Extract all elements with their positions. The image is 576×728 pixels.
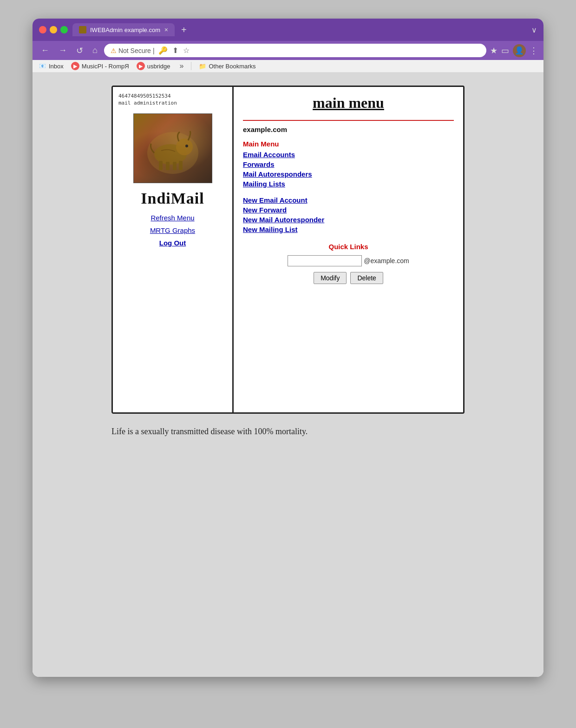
main-menu-section: Main Menu Email Accounts Forwards Mail A… [243,140,454,188]
footer-quote: Life is a sexually transmitted disease w… [111,427,465,437]
forwards-link[interactable]: Forwards [243,160,454,168]
svg-rect-5 [166,162,170,170]
account-id-number: 46474849505152534 [118,93,227,99]
forward-button[interactable]: → [56,44,70,57]
quick-links-input[interactable] [288,255,362,266]
svg-point-3 [185,145,188,147]
traffic-lights [39,26,68,33]
back-button[interactable]: ← [38,44,52,57]
bookmark-usbridge[interactable]: ▶ usbridge [137,62,170,70]
new-email-account-link[interactable]: New Email Account [243,196,454,204]
nav-right-icons: ★ ▭ 👤 ⋮ [490,44,538,57]
star-icon[interactable]: ☆ [183,46,190,55]
address-action-icons: 🔑 ⬆ ☆ [158,46,190,55]
mail-admin-panel: 46474849505152534 mail administration [111,86,465,414]
svg-rect-4 [159,161,163,170]
bookmark-inbox-label: Inbox [49,63,64,70]
main-menu-section-title: Main Menu [243,140,454,148]
modify-button[interactable]: Modify [314,272,347,284]
sidebar-links: Refresh Menu MRTG Graphs Log Out [118,214,227,247]
main-menu-title: main menu [243,94,454,112]
bookmark-musicpi-label: MusicPI - RompЯ [82,63,129,70]
bookmark-inbox[interactable]: 📧 Inbox [38,62,64,70]
window-icon[interactable]: ▭ [501,46,509,56]
quick-links-section: Quick Links @example.com Modify Delete [243,243,454,284]
bookmarks-divider [191,62,191,70]
folder-icon: 📁 [199,63,206,70]
bookmarks-bar: 📧 Inbox ▶ MusicPI - RompЯ ▶ usbridge » 📁… [33,60,543,73]
bookmark-other-label: Other Bookmarks [209,63,255,70]
close-button[interactable] [39,26,46,33]
animal-seal-image [143,123,203,174]
mailing-lists-link[interactable]: Mailing Lists [243,180,454,188]
musicpi-play-icon: ▶ [71,62,79,70]
tab-favicon-icon [79,26,86,33]
inbox-favicon-icon: 📧 [38,62,46,70]
right-content: main menu example.com Main Menu Email Ac… [234,87,463,412]
mail-autoresponders-link[interactable]: Mail Autoresponders [243,170,454,178]
new-mail-autoresponder-link[interactable]: New Mail Autoresponder [243,216,454,224]
new-tab-button[interactable]: + [178,25,190,35]
mail-panel-inner: 46474849505152534 mail administration [113,87,463,412]
left-sidebar: 46474849505152534 mail administration [113,87,234,412]
refresh-menu-link[interactable]: Refresh Menu [151,214,194,222]
active-tab[interactable]: IWEBAdmin example.com × [72,23,175,36]
address-bar[interactable]: ⚠ Not Secure | 🔑 ⬆ ☆ [104,44,486,57]
not-secure-label: Not Secure [118,47,151,54]
quick-links-row: @example.com [243,255,454,266]
address-pipe: | [153,47,155,54]
new-items-section: New Email Account New Forward New Mail A… [243,196,454,233]
account-id: 46474849505152534 mail administration [118,93,227,107]
svg-rect-6 [173,162,177,170]
domain-name: example.com [243,126,454,133]
minimize-button[interactable] [50,26,57,33]
security-badge: ⚠ Not Secure | [111,47,155,54]
at-domain-label: @example.com [364,257,409,265]
bookmark-other[interactable]: 📁 Other Bookmarks [199,63,255,70]
key-icon: 🔑 [158,46,168,55]
maximize-button[interactable] [60,26,68,33]
indimail-brand: IndiMail [141,190,204,207]
delete-button[interactable]: Delete [350,272,383,284]
panel-divider [243,120,454,121]
logout-link[interactable]: Log Out [159,239,186,247]
bookmark-musicpi[interactable]: ▶ MusicPI - RompЯ [71,62,129,70]
quick-links-title: Quick Links [243,243,454,251]
account-id-label: mail administration [118,99,227,106]
navigation-bar: ← → ↺ ⌂ ⚠ Not Secure | 🔑 ⬆ ☆ ★ ▭ 👤 ⋮ [33,41,543,60]
usbridge-play-icon: ▶ [137,62,145,70]
email-accounts-link[interactable]: Email Accounts [243,151,454,159]
page-content: 46474849505152534 mail administration [33,73,543,677]
title-bar: IWEBAdmin example.com × + ∨ [33,19,543,41]
svg-rect-7 [179,161,183,170]
warning-icon: ⚠ [111,47,117,54]
new-mailing-list-link[interactable]: New Mailing List [243,225,454,233]
mrtg-graphs-link[interactable]: MRTG Graphs [150,226,195,234]
share-icon: ⬆ [172,46,178,55]
browser-window: IWEBAdmin example.com × + ∨ ← → ↺ ⌂ ⚠ No… [33,19,543,677]
bookmark-usbridge-label: usbridge [147,63,170,70]
home-button[interactable]: ⌂ [90,44,100,57]
new-forward-link[interactable]: New Forward [243,206,454,214]
tab-area: IWEBAdmin example.com × + ∨ [72,23,537,36]
tab-close-button[interactable]: × [164,26,168,33]
reload-button[interactable]: ↺ [73,44,86,57]
more-options-icon[interactable]: ⋮ [530,46,538,56]
tabs-chevron[interactable]: ∨ [531,26,537,34]
logo-image [133,113,212,183]
extensions-icon[interactable]: ★ [490,46,497,56]
bookmarks-more-button[interactable]: » [180,62,184,70]
tab-title: IWEBAdmin example.com [90,26,160,33]
quick-links-buttons: Modify Delete [243,272,454,284]
profile-avatar[interactable]: 👤 [513,44,526,57]
